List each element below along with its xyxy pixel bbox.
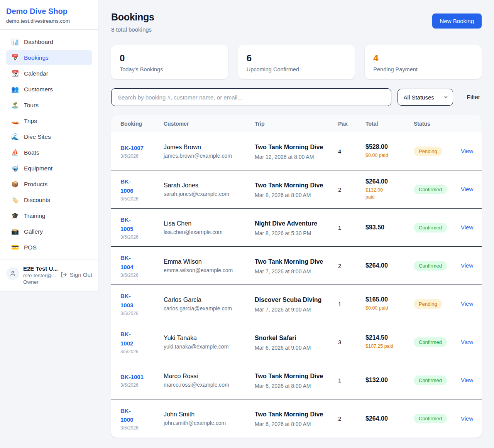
bookings-table: BookingCustomerTripPaxTotalStatus BK-100… [111,115,482,438]
booking-id-link[interactable]: BK-1005 [120,215,137,233]
status-badge: Confirmed [414,261,447,271]
column-header-pax: Pax [338,121,365,127]
status-badge: Confirmed [414,223,447,232]
tear-off-calendar-icon: 📆 [11,70,19,77]
stat-card-pending-payment: 4Pending Payment [365,45,482,79]
trip-cell: Night Dive Adventure Mar 8, 2026 at 5:30… [255,219,323,236]
stat-label: Today's Bookings [120,66,220,72]
sidebar-item-trips[interactable]: 🚤Trips [6,113,92,128]
booking-id-link[interactable]: BK-1006 [120,177,137,195]
trip-name: Discover Scuba Diving [255,295,323,305]
column-header-total: Total [365,121,414,127]
booking-date: 3/5/2026 [120,349,164,354]
table-row: BK-1006 3/5/2026 Sarah Jones sarah.jones… [111,170,482,209]
sidebar-item-gallery[interactable]: 📸Gallery [6,224,92,239]
status-select[interactable]: All Statuses [398,89,453,106]
customer-email: carlos.garcia@example.com [164,305,255,312]
sidebar-item-bookings[interactable]: 📅Bookings [6,50,92,65]
sign-out-button[interactable]: Sign Out [61,271,92,278]
person-icon [9,270,16,277]
view-link[interactable]: View [461,415,473,422]
pax-value: 1 [338,301,365,307]
view-link[interactable]: View [461,186,473,192]
table-row: BK-1005 3/5/2026 Lisa Chen lisa.chen@exa… [111,209,482,247]
view-link[interactable]: View [461,300,473,307]
booking-date: 3/5/2026 [120,234,164,240]
sidebar-item-label: Training [24,212,45,219]
sidebar-item-products[interactable]: 📦Products [6,177,92,192]
avatar [6,267,19,280]
sidebar-item-dive-sites[interactable]: 🌊Dive Sites [6,129,92,144]
pax-value: 1 [338,224,365,231]
booking-id-link[interactable]: BK-1007 [120,143,144,152]
sidebar-item-label: POS [24,244,37,251]
sidebar-item-training[interactable]: 🎓Training [6,208,92,223]
sidebar-item-label: Products [24,181,47,188]
total-cell: $214.50 $107.25 paid [365,334,414,350]
sidebar-item-label: Dashboard [24,39,53,45]
sidebar-item-label: Trips [24,118,37,125]
trip-name: Night Dive Adventure [255,219,323,228]
booking-id-link[interactable]: BK-1002 [120,330,137,348]
status-cell: Confirmed [414,185,461,194]
trip-cell: Two Tank Morning Dive Mar 7, 2026 at 8:0… [255,257,323,275]
sidebar-item-dashboard[interactable]: 📊Dashboard [6,34,92,49]
sidebar-item-equipment[interactable]: 🤿Equipment [6,161,92,176]
stat-label: Pending Payment [373,66,473,72]
customer-email: john.smith@example.com [164,420,255,426]
booking-cell: BK-1001 3/5/2026 [120,372,164,388]
graduation-cap-icon: 🎓 [11,212,19,219]
total-amount: $264.00 [365,415,414,422]
trip-cell: Two Tank Morning Dive Mar 12, 2026 at 8:… [255,143,323,160]
table-body: BK-1007 3/5/2026 James Brown james.brown… [111,132,482,438]
table-row: BK-1004 3/5/2026 Emma Wilson emma.wilson… [111,247,482,285]
action-cell: View [461,415,482,422]
view-link[interactable]: View [461,339,473,345]
customer-name: James Brown [164,144,255,151]
filter-row: All Statuses Filter [111,88,482,106]
status-cell: Confirmed [414,414,461,423]
sidebar-item-boats[interactable]: ⛵Boats [6,145,92,160]
sidebar: Demo Dive Shop demo.test.divestreams.com… [0,0,99,291]
island-icon: 🏝️ [11,101,19,109]
sidebar-item-label: Calendar [24,70,48,77]
status-cell: Confirmed [414,376,461,385]
sidebar-item-discounts[interactable]: 🏷️Discounts [6,192,92,207]
filter-button[interactable]: Filter [465,94,482,101]
trip-datetime: Mar 8, 2026 at 8:00 AM [255,192,323,198]
booking-date: 3/5/2026 [120,425,164,431]
view-link[interactable]: View [461,262,473,269]
customer-name: Marco Rossi [164,373,255,380]
trip-datetime: Mar 6, 2026 at 8:00 AM [255,383,323,389]
status-badge: Confirmed [414,337,447,347]
camera-icon: 📸 [11,228,19,235]
view-link[interactable]: View [461,224,473,231]
sidebar-nav: 📊Dashboard📅Bookings📆Calendar👥Customers🏝️… [0,30,98,259]
action-cell: View [461,339,482,345]
sidebar-item-calendar[interactable]: 📆Calendar [6,66,92,81]
total-amount: $528.00 [365,143,414,150]
sidebar-item-pos[interactable]: 💳POS [6,240,92,255]
customer-email: emma.wilson@example.com [164,267,255,273]
booking-id-link[interactable]: BK-1000 [120,406,137,424]
new-booking-button[interactable]: New Booking [432,13,482,29]
total-cell: $264.00 [365,262,414,269]
table-row: BK-1003 3/5/2026 Carlos Garcia carlos.ga… [111,285,482,323]
booking-id-link[interactable]: BK-1003 [120,291,137,310]
sidebar-item-customers[interactable]: 👥Customers [6,82,92,97]
booking-id-link[interactable]: BK-1004 [120,253,137,271]
pax-value: 2 [338,415,365,422]
main-content: Bookings 8 total bookings New Booking 0T… [99,0,494,438]
sidebar-item-label: Bookings [24,54,49,61]
view-link[interactable]: View [461,148,473,154]
shop-domain: demo.test.divestreams.com [6,18,92,24]
sidebar-item-tours[interactable]: 🏝️Tours [6,98,92,113]
status-select-wrap: All Statuses [398,89,453,106]
status-badge: Confirmed [414,414,447,423]
paid-amount: $0.00 paid [365,305,414,312]
booking-id-link[interactable]: BK-1001 [120,372,144,381]
search-input[interactable] [111,88,391,106]
customer-name: Sarah Jones [164,182,255,189]
booking-cell: BK-1004 3/5/2026 [120,253,164,278]
view-link[interactable]: View [461,377,473,383]
